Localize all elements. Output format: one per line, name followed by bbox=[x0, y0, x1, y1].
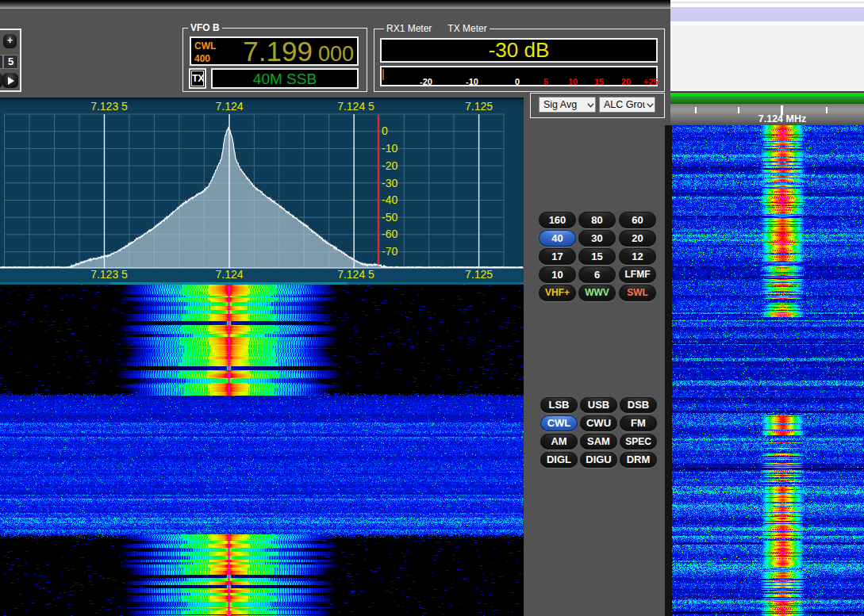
svg-text:7.124 5: 7.124 5 bbox=[337, 100, 374, 113]
svg-text:7.124 5: 7.124 5 bbox=[337, 268, 374, 281]
svg-text:7.125: 7.125 bbox=[465, 268, 493, 281]
svg-text:7.124: 7.124 bbox=[215, 268, 243, 281]
svg-text:-30: -30 bbox=[382, 177, 397, 189]
svg-text:-20: -20 bbox=[382, 159, 397, 172]
svg-text:7.123 5: 7.123 5 bbox=[90, 268, 128, 281]
svg-text:0: 0 bbox=[382, 124, 388, 137]
svg-text:7.123 5: 7.123 5 bbox=[90, 100, 128, 113]
svg-text:-40: -40 bbox=[382, 193, 397, 206]
svg-text:-50: -50 bbox=[382, 211, 397, 224]
svg-text:-70: -70 bbox=[382, 245, 397, 258]
svg-text:-10: -10 bbox=[382, 142, 397, 155]
svg-text:7.125: 7.125 bbox=[465, 100, 493, 113]
svg-text:-60: -60 bbox=[382, 228, 397, 240]
svg-text:7.124: 7.124 bbox=[215, 100, 243, 113]
